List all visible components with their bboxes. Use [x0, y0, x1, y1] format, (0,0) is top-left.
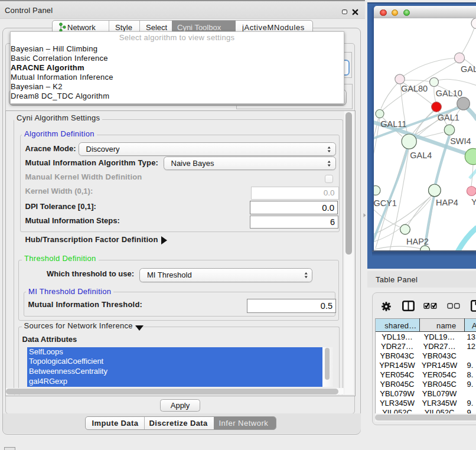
svg-text:GAL1: GAL1	[438, 113, 459, 122]
svg-text:GAL10: GAL10	[436, 89, 462, 98]
svg-text:GAL80: GAL80	[401, 84, 428, 93]
svg-text:SWI4: SWI4	[450, 136, 471, 146]
svg-text:HAP4: HAP4	[436, 198, 458, 207]
svg-text:GAL11: GAL11	[380, 119, 406, 129]
svg-text:YJ: YJ	[471, 197, 476, 207]
svg-text:GAL4: GAL4	[410, 151, 432, 160]
svg-text:HAP2: HAP2	[406, 237, 429, 246]
svg-text:GAL7: GAL7	[461, 64, 476, 74]
svg-text:GCY1: GCY1	[374, 198, 397, 208]
